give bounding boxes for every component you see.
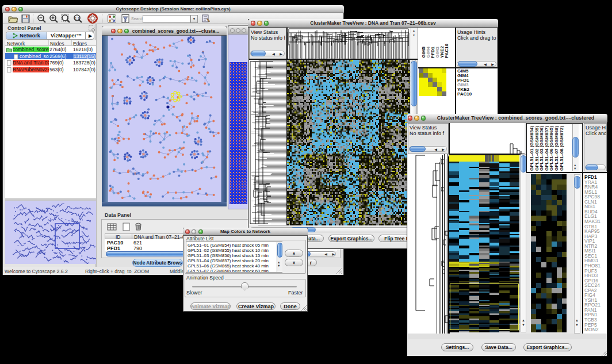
svg-text:1:1: 1:1	[75, 17, 79, 20]
